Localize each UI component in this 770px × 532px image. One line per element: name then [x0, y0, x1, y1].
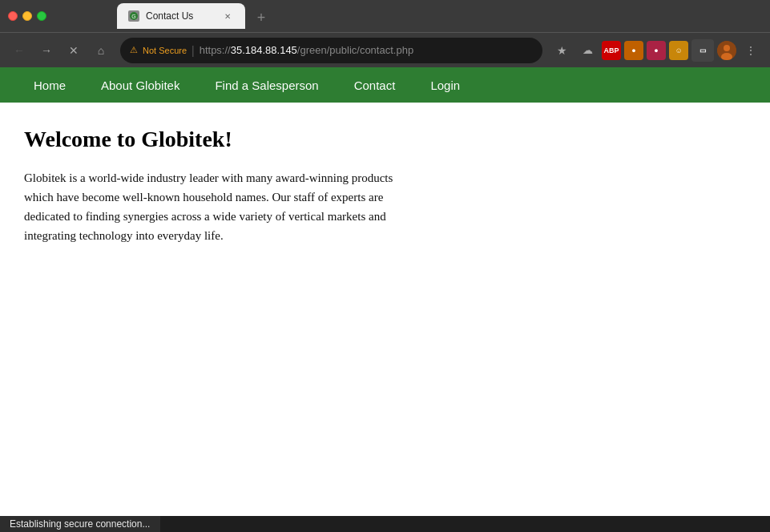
adblock-icon: ABP: [603, 46, 619, 54]
extension-1-icon: ●: [631, 46, 635, 54]
tab-favicon-icon: G: [128, 10, 139, 22]
url-protocol: https://: [200, 44, 231, 56]
url-display: https://35.184.88.145/green/public/conta…: [200, 44, 533, 56]
more-options-icon: ⋮: [745, 44, 756, 57]
nav-contact[interactable]: Contact: [337, 71, 413, 100]
cloud-extension-button[interactable]: ☁: [576, 39, 599, 62]
fullscreen-window-button[interactable]: [37, 11, 46, 21]
home-button[interactable]: ⌂: [90, 39, 112, 62]
forward-icon: →: [41, 44, 52, 57]
new-tab-button[interactable]: +: [250, 6, 272, 29]
back-button[interactable]: ←: [8, 39, 30, 62]
minimize-window-button[interactable]: [22, 11, 32, 21]
cloud-icon: ☁: [583, 44, 593, 56]
nav-home[interactable]: Home: [16, 71, 83, 100]
bookmark-icon: ★: [557, 44, 567, 57]
reload-button[interactable]: ✕: [62, 39, 85, 62]
status-text: Establishing secure connection...: [10, 518, 150, 530]
nav-about[interactable]: About Globitek: [83, 71, 197, 100]
svg-text:G: G: [131, 14, 135, 19]
extension-2-icon: ●: [654, 46, 658, 54]
extension-button-3[interactable]: ☺: [669, 41, 688, 60]
site-nav: Home About Globitek Find a Salesperson C…: [0, 67, 770, 103]
tab-title: Contact Us: [146, 10, 215, 22]
tab-bar: G Contact Us ✕ +: [61, 3, 762, 29]
url-host: 35.184.88.145: [231, 44, 297, 56]
security-warning-icon: ⚠: [130, 45, 138, 55]
adblock-extension-button[interactable]: ABP: [602, 41, 621, 60]
reload-icon: ✕: [69, 44, 79, 57]
profile-avatar[interactable]: [717, 41, 736, 60]
close-window-button[interactable]: [8, 11, 18, 21]
status-bar: Establishing secure connection...: [0, 516, 160, 532]
site-main-content: Welcome to Globitek! Globitek is a world…: [0, 103, 770, 269]
url-path: /green/public/contact.php: [297, 44, 413, 56]
extension-button-2[interactable]: ●: [647, 41, 666, 60]
bookmark-button[interactable]: ★: [550, 39, 573, 62]
extension-button-4[interactable]: ▭: [691, 39, 714, 62]
extension-4-icon: ▭: [699, 46, 707, 54]
toolbar-icons: ★ ☁ ABP ● ● ☺ ▭: [550, 39, 762, 62]
nav-find-salesperson[interactable]: Find a Salesperson: [197, 71, 336, 100]
page-title: Welcome to Globitek!: [24, 127, 746, 152]
forward-button[interactable]: →: [35, 39, 58, 62]
url-separator: |: [191, 44, 195, 57]
tab-close-button[interactable]: ✕: [221, 10, 234, 22]
menu-button[interactable]: ⋮: [740, 39, 762, 62]
browser-tab[interactable]: G Contact Us ✕: [117, 3, 245, 29]
page-body-text: Globitek is a world-wide industry leader…: [24, 168, 425, 245]
address-bar: ← → ✕ ⌂ ⚠ Not Secure | https://35.184.88…: [0, 32, 770, 67]
browser-chrome: G Contact Us ✕ + ← → ✕ ⌂ ⚠ Not Secure | …: [0, 0, 770, 67]
extension-3-icon: ☺: [675, 46, 682, 54]
extension-button-1[interactable]: ●: [624, 41, 643, 60]
address-input[interactable]: ⚠ Not Secure | https://35.184.88.145/gre…: [120, 38, 542, 63]
home-icon: ⌂: [98, 44, 104, 57]
back-icon: ←: [14, 44, 25, 57]
title-bar: G Contact Us ✕ +: [0, 0, 770, 32]
svg-point-3: [724, 45, 730, 51]
webpage-content: Home About Globitek Find a Salesperson C…: [0, 67, 770, 516]
nav-login[interactable]: Login: [413, 71, 478, 100]
traffic-lights: [8, 11, 46, 21]
not-secure-label: Not Secure: [143, 46, 187, 55]
